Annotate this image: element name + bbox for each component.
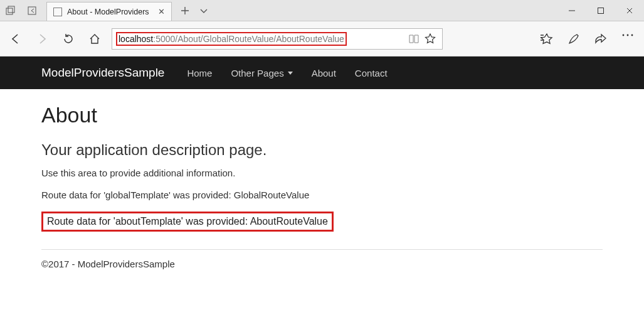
- chevron-down-icon: [288, 72, 293, 75]
- nav-other-label: Other Pages: [231, 68, 283, 78]
- close-tab-icon[interactable]: ✕: [158, 7, 165, 16]
- page-title: About: [41, 103, 603, 127]
- browser-tab-active[interactable]: About - ModelProviders ✕: [46, 2, 172, 21]
- route-about-highlight: Route data for 'aboutTemplate' was provi…: [41, 212, 334, 232]
- nav-contact-label: Contact: [355, 68, 388, 78]
- page-icon: [53, 8, 62, 16]
- home-icon[interactable]: [85, 30, 104, 48]
- back-icon[interactable]: [6, 30, 25, 48]
- svg-point-5: [627, 34, 629, 36]
- site-navbar: ModelProvidersSample Home Other Pages Ab…: [0, 56, 644, 89]
- titlebar-left: [0, 0, 43, 21]
- window-controls: [557, 0, 644, 21]
- page-description: Use this area to provide additional info…: [41, 168, 603, 178]
- notes-icon[interactable]: [567, 33, 580, 45]
- refresh-icon[interactable]: [59, 30, 78, 48]
- page-viewport: ModelProvidersSample Home Other Pages Ab…: [0, 56, 644, 269]
- minimize-icon[interactable]: [557, 0, 586, 21]
- svg-rect-3: [598, 8, 604, 14]
- svg-rect-2: [28, 7, 36, 14]
- more-icon[interactable]: [621, 33, 634, 45]
- tab-actions: [172, 0, 208, 21]
- close-window-icon[interactable]: [615, 0, 644, 21]
- nav-about[interactable]: About: [312, 68, 336, 78]
- tab-strip: About - ModelProviders ✕: [43, 0, 172, 21]
- nav-contact[interactable]: Contact: [355, 68, 388, 78]
- svg-rect-0: [6, 8, 13, 14]
- svg-rect-1: [8, 6, 14, 13]
- nav-home[interactable]: Home: [187, 68, 212, 78]
- set-aside-tabs-icon[interactable]: [21, 0, 43, 21]
- route-about-text: Route data for 'aboutTemplate' was provi…: [47, 216, 328, 227]
- url-path: :5000/About/GlobalRouteValue/AboutRouteV…: [153, 34, 344, 44]
- nav-about-label: About: [312, 68, 336, 78]
- browser-toolbar: localhost:5000/About/GlobalRouteValue/Ab…: [0, 21, 644, 56]
- footer-text: ©2017 - ModelProvidersSample: [41, 259, 603, 269]
- page-container: About Your application description page.…: [0, 89, 644, 269]
- address-bar[interactable]: localhost:5000/About/GlobalRouteValue/Ab…: [112, 28, 443, 50]
- toolbar-right: [540, 33, 638, 45]
- tab-preview-icon[interactable]: [199, 8, 208, 14]
- maximize-icon[interactable]: [586, 0, 615, 21]
- svg-point-6: [631, 34, 633, 36]
- reading-view-icon[interactable]: [406, 34, 422, 44]
- footer-divider: [41, 249, 603, 250]
- svg-point-4: [623, 34, 625, 36]
- page-subtitle: Your application description page.: [41, 141, 603, 159]
- nav-other-pages[interactable]: Other Pages: [231, 68, 292, 78]
- tab-title: About - ModelProviders: [67, 8, 152, 16]
- favorite-star-icon[interactable]: [422, 33, 438, 45]
- tabs-overview-icon[interactable]: [0, 0, 21, 21]
- url-highlight: localhost:5000/About/GlobalRouteValue/Ab…: [116, 32, 347, 46]
- route-global-text: Route data for 'globalTemplate' was prov…: [41, 190, 603, 200]
- window-titlebar: About - ModelProviders ✕: [0, 0, 644, 21]
- hub-icon[interactable]: [540, 33, 554, 45]
- new-tab-icon[interactable]: [181, 6, 189, 15]
- url-host: localhost: [119, 34, 153, 44]
- forward-icon[interactable]: [33, 30, 51, 48]
- nav-home-label: Home: [187, 68, 212, 78]
- navbar-brand[interactable]: ModelProvidersSample: [41, 66, 164, 80]
- share-icon[interactable]: [594, 33, 608, 45]
